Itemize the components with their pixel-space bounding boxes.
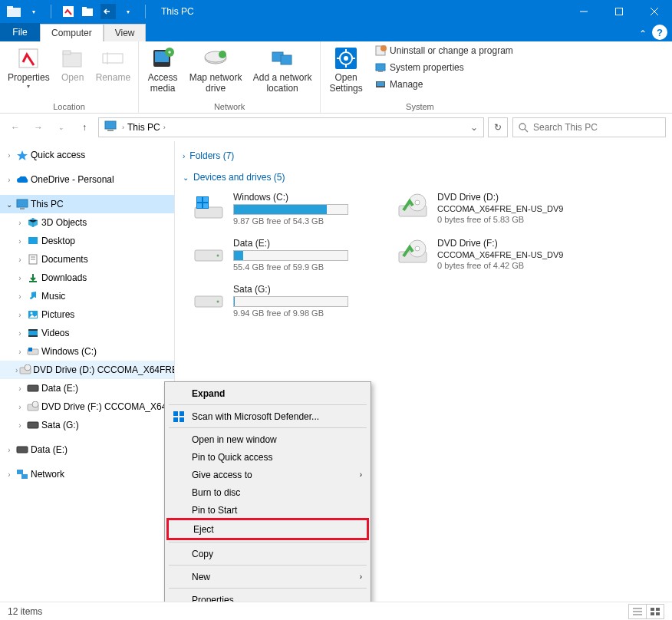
- status-bar: 12 items: [0, 602, 672, 620]
- ctx-burn[interactable]: Burn to disc: [167, 483, 368, 501]
- svg-rect-62: [195, 207, 222, 218]
- open-settings-button[interactable]: Open Settings: [324, 43, 368, 97]
- forward-button: →: [29, 118, 48, 137]
- tree-desktop-label: Desktop: [41, 236, 75, 246]
- chevron-right-icon[interactable]: ›: [5, 175, 14, 184]
- tree-documents-label: Documents: [41, 254, 88, 265]
- back-button[interactable]: ←: [6, 118, 25, 137]
- properties-icon: [16, 46, 41, 71]
- svg-rect-3: [82, 8, 93, 16]
- details-view-button[interactable]: [628, 604, 647, 619]
- chevron-down-icon[interactable]: ⌄: [5, 200, 14, 209]
- devices-section[interactable]: ⌄ Devices and drives (5): [183, 169, 664, 186]
- tree-downloads[interactable]: ›Downloads: [0, 269, 174, 287]
- tree-network[interactable]: ›Network: [0, 465, 174, 483]
- map-drive-button[interactable]: Map network drive: [183, 43, 248, 97]
- ctx-open-new-window[interactable]: Open in new window: [167, 430, 368, 448]
- svg-point-70: [415, 200, 420, 205]
- ctx-expand[interactable]: Expand: [167, 384, 368, 402]
- svg-rect-58: [28, 422, 38, 428]
- svg-point-24: [344, 56, 348, 61]
- tree-documents[interactable]: ›Documents: [0, 250, 174, 269]
- qat-undo-icon[interactable]: [100, 4, 116, 19]
- search-box[interactable]: [512, 117, 666, 137]
- chevron-right-icon: ›: [360, 470, 362, 479]
- svg-rect-52: [28, 348, 32, 351]
- drive-item[interactable]: Sata (G:) 9.94 GB free of 9.98 GB: [189, 281, 380, 321]
- system-properties-button[interactable]: System properties: [371, 60, 516, 75]
- qat-newfolder-icon[interactable]: [81, 4, 96, 19]
- svg-rect-4: [82, 7, 87, 9]
- properties-button[interactable]: Properties ▾: [3, 43, 54, 94]
- ctx-copy-label: Copy: [192, 549, 213, 559]
- drive-item[interactable]: DVD Drive (D:) CCCOMA_X64FRE_EN-US_DV9 0…: [393, 189, 585, 229]
- ctx-copy[interactable]: Copy: [167, 545, 368, 562]
- ctx-new[interactable]: New›: [167, 568, 368, 585]
- tree-music[interactable]: ›Music: [0, 287, 174, 305]
- location-group-label: Location: [3, 101, 135, 113]
- address-bar[interactable]: › This PC › ⌄: [98, 117, 484, 137]
- refresh-button[interactable]: ↻: [488, 117, 508, 137]
- open-icon: [61, 46, 85, 71]
- chevron-right-icon: ›: [360, 572, 362, 581]
- access-media-button[interactable]: Access media: [142, 43, 183, 97]
- tree-thispc-label: This PC: [31, 199, 64, 209]
- ctx-scan-defender[interactable]: Scan with Microsoft Defender...: [167, 407, 368, 425]
- tab-file[interactable]: File: [0, 23, 40, 41]
- uninstall-button[interactable]: Uninstall or change a program: [371, 43, 516, 58]
- qat-dropdown-icon[interactable]: ▾: [26, 4, 41, 19]
- tree-desktop[interactable]: ›Desktop: [0, 232, 174, 250]
- chevron-right-icon[interactable]: ›: [5, 150, 14, 160]
- uninstall-label: Uninstall or change a program: [390, 45, 513, 56]
- qat-properties-icon[interactable]: [61, 4, 76, 19]
- ctx-pin-start[interactable]: Pin to Start: [167, 501, 368, 519]
- maximize-button[interactable]: [601, 0, 637, 23]
- up-button[interactable]: ↑: [75, 118, 94, 137]
- drive-item[interactable]: DVD Drive (F:) CCCOMA_X64FRE_EN-US_DV9 0…: [393, 235, 585, 275]
- ctx-pin-quick[interactable]: Pin to Quick access: [167, 448, 368, 466]
- add-network-location-button[interactable]: Add a network location: [248, 43, 317, 97]
- tree-pictures[interactable]: ›Pictures: [0, 305, 174, 324]
- tree-quick-access[interactable]: › Quick access: [0, 146, 174, 164]
- minimize-button[interactable]: [566, 0, 601, 23]
- ctx-pin-start-label: Pin to Start: [192, 505, 237, 516]
- tree-data-e-root[interactable]: ›Data (E:): [0, 440, 174, 459]
- tree-3d-objects[interactable]: ›3D Objects: [0, 213, 174, 232]
- thispc-icon: [104, 120, 119, 135]
- drive-name: Sata (G:): [233, 284, 377, 295]
- drive-item[interactable]: Data (E:) 55.4 GB free of 59.9 GB: [189, 235, 380, 275]
- tab-view[interactable]: View: [104, 24, 147, 41]
- tree-dvd-d[interactable]: ›DVD Drive (D:) CCCOMA_X64FRE: [0, 361, 174, 379]
- tree-sata-g[interactable]: ›Sata (G:): [0, 416, 174, 434]
- drive-icon: [26, 418, 40, 432]
- pictures-icon: [26, 308, 40, 322]
- address-dropdown[interactable]: ⌄: [466, 118, 482, 137]
- search-input[interactable]: [533, 122, 660, 133]
- tree-music-label: Music: [41, 291, 65, 302]
- collapse-ribbon-icon[interactable]: ⌃: [635, 26, 651, 41]
- help-button[interactable]: ?: [652, 25, 667, 40]
- drive-item[interactable]: Windows (C:) 9.87 GB free of 54.3 GB: [189, 189, 380, 229]
- videos-icon: [26, 326, 40, 340]
- large-icons-view-button[interactable]: [646, 604, 664, 619]
- access-media-icon: [150, 46, 175, 71]
- tree-onedrive[interactable]: › OneDrive - Personal: [0, 170, 174, 189]
- tree-thispc[interactable]: ⌄ This PC: [0, 195, 174, 213]
- qat-caret-icon[interactable]: ▾: [120, 4, 136, 19]
- breadcrumb-thispc[interactable]: This PC ›: [124, 122, 169, 133]
- ctx-eject[interactable]: Eject: [169, 520, 367, 538]
- ctx-give-access[interactable]: Give access to›: [167, 466, 368, 483]
- svg-rect-60: [17, 470, 23, 474]
- dvd-drive-icon: [396, 192, 430, 226]
- svg-rect-66: [197, 203, 202, 208]
- folders-section[interactable]: › Folders (7): [183, 147, 664, 164]
- tab-computer[interactable]: Computer: [40, 24, 104, 41]
- recent-dropdown[interactable]: ⌄: [52, 118, 71, 137]
- tree-dvd-f[interactable]: ›DVD Drive (F:) CCCOMA_X64F: [0, 397, 174, 416]
- tree-videos[interactable]: ›Videos: [0, 324, 174, 342]
- tree-data-e[interactable]: ›Data (E:): [0, 379, 174, 397]
- close-button[interactable]: [637, 0, 672, 23]
- tree-windows-c[interactable]: ›Windows (C:): [0, 342, 174, 361]
- manage-button[interactable]: Manage: [371, 77, 516, 92]
- svg-line-38: [525, 129, 528, 132]
